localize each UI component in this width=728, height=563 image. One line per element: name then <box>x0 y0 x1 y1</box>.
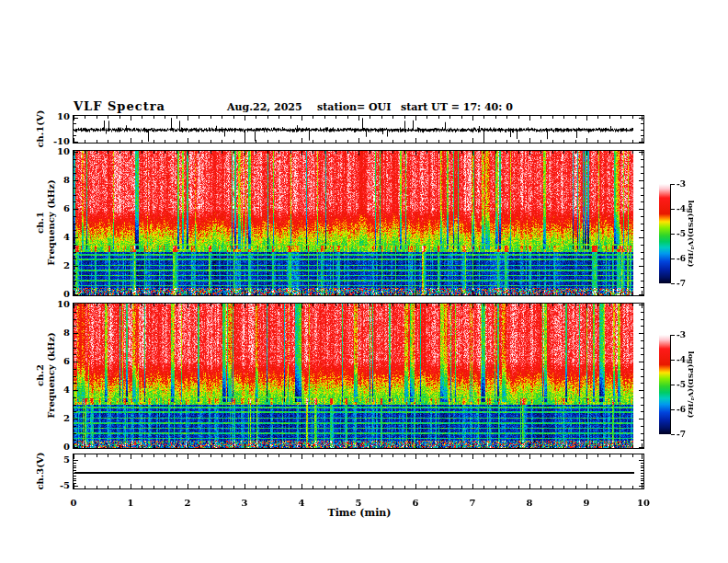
x-axis-tick <box>381 454 382 457</box>
x-axis-tick <box>313 445 313 448</box>
x-axis-tick <box>165 151 165 154</box>
x-axis-tick <box>518 151 519 154</box>
colorbar-tick <box>671 434 675 435</box>
y-axis-tick <box>641 411 643 412</box>
y-axis-tick <box>74 224 76 224</box>
x-axis-tick <box>609 151 610 154</box>
x-axis-tick <box>222 486 222 488</box>
y-axis-tick <box>74 348 76 349</box>
x-axis-tick <box>632 293 633 295</box>
x-axis-tick <box>483 151 484 154</box>
x-axis-tick <box>586 304 587 308</box>
colorbar-tick-label: -6 <box>677 406 686 414</box>
x-axis-tick <box>483 454 484 457</box>
x-axis-tick <box>563 445 564 448</box>
x-axis-tick <box>210 293 211 295</box>
y-tick-label: 10 <box>35 300 70 309</box>
x-axis-tick <box>267 304 268 306</box>
y-axis-tick <box>74 390 78 391</box>
y-axis-tick <box>74 201 76 202</box>
x-axis-tick <box>131 291 131 295</box>
x-axis-tick <box>609 445 610 448</box>
y-axis-tick <box>74 419 78 419</box>
x-axis-tick <box>290 304 291 306</box>
x-axis-tick <box>518 140 519 143</box>
y-tick-label: 10 <box>35 147 70 156</box>
x-axis-tick <box>290 454 291 457</box>
x-axis-tick <box>609 454 610 457</box>
x-axis-tick <box>518 486 519 488</box>
y-axis-tick <box>74 287 76 288</box>
x-axis-tick <box>575 454 576 457</box>
y-axis-tick <box>641 312 643 313</box>
x-axis-tick <box>575 445 576 448</box>
y-axis-tick <box>641 465 643 466</box>
x-axis-tick <box>483 486 484 488</box>
x-axis-tick <box>154 293 154 295</box>
x-axis-tick <box>392 140 393 143</box>
x-axis-tick <box>632 486 633 488</box>
colorbar-tick-label: -7 <box>677 431 686 439</box>
x-axis-tick <box>336 140 336 143</box>
x-axis-tick <box>290 116 291 119</box>
y-tick-label: -5 <box>35 481 70 490</box>
x-axis-tick <box>381 140 382 143</box>
x-axis-tick <box>472 138 473 143</box>
y-axis-tick <box>641 397 643 398</box>
colorbar-tick <box>671 234 675 235</box>
x-axis-tick <box>85 454 85 457</box>
x-axis-tick <box>301 454 302 459</box>
x-axis-tick <box>347 454 348 457</box>
ch1-waveform-panel <box>73 115 644 144</box>
x-axis-tick <box>256 116 256 119</box>
x-axis-tick <box>518 454 519 457</box>
y-axis-tick <box>639 209 643 210</box>
y-tick-label: -10 <box>35 137 70 146</box>
x-axis-tick <box>404 151 405 154</box>
y-axis-tick <box>74 405 76 406</box>
x-axis-tick <box>336 151 336 154</box>
x-axis-tick <box>210 140 211 143</box>
x-axis-tick <box>165 140 165 143</box>
y-axis-tick <box>641 281 643 282</box>
x-axis-tick <box>495 151 496 154</box>
ch1-spectrogram <box>74 151 633 295</box>
x-axis-tick <box>233 486 234 488</box>
y-axis-tick <box>74 486 78 487</box>
x-axis-tick <box>438 445 439 448</box>
x-axis-tick <box>324 486 325 488</box>
x-axis-tick <box>119 454 120 457</box>
y-axis-tick <box>641 259 643 259</box>
x-axis-tick <box>586 138 587 143</box>
x-axis-tick <box>199 151 199 154</box>
y-axis-tick <box>74 237 78 238</box>
y-axis-tick <box>74 252 76 253</box>
x-axis-tick <box>392 293 393 295</box>
y-axis-tick <box>74 480 76 481</box>
y-axis-tick <box>74 142 78 143</box>
colorbar-tick <box>671 184 675 185</box>
y-axis-tick <box>74 467 76 468</box>
x-axis-tick <box>449 486 450 488</box>
x-axis-tick <box>176 304 177 306</box>
x-tick-label: 3 <box>231 499 258 508</box>
x-axis-tick <box>438 304 439 306</box>
y-axis-tick <box>641 354 643 355</box>
x-axis-tick <box>632 445 633 448</box>
x-axis-tick <box>552 304 553 306</box>
x-axis-tick <box>597 304 598 306</box>
x-axis-tick <box>427 454 427 457</box>
y-axis-tick <box>641 123 643 124</box>
x-axis-tick <box>301 443 302 448</box>
x-axis-tick <box>154 486 154 488</box>
x-axis-tick <box>131 443 131 448</box>
ch1-spectrogram-panel <box>73 150 644 296</box>
y-axis-tick <box>74 188 76 189</box>
x-axis-tick <box>131 116 131 121</box>
x-axis-tick <box>609 486 610 488</box>
y-axis-tick <box>74 312 76 313</box>
y-axis-tick <box>74 478 76 479</box>
x-axis-tick <box>472 443 473 448</box>
y-axis-tick <box>641 440 643 441</box>
x-axis-tick <box>336 293 336 295</box>
